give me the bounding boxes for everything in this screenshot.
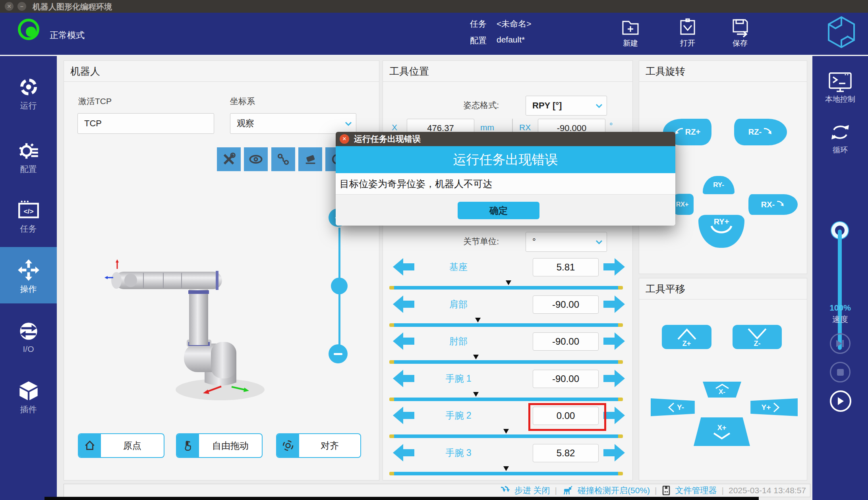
joint-slider[interactable] — [389, 286, 623, 290]
jog-ry-minus-button[interactable]: RY- — [703, 176, 735, 194]
config-value: default* — [497, 35, 525, 44]
error-dialog-titlebar: 运行任务出现错误 — [336, 132, 675, 146]
joint-decrease-button[interactable] — [393, 444, 414, 461]
step-mode-status[interactable]: 步进 关闭 — [514, 485, 550, 496]
io-swap-icon — [18, 320, 39, 342]
play-button[interactable] — [830, 390, 851, 412]
view-tools-button[interactable] — [217, 147, 241, 171]
tool-translate-title: 工具平移 — [646, 282, 685, 295]
chevron-down-icon — [711, 432, 732, 440]
jog-rx-minus-button[interactable]: RX- — [748, 194, 798, 215]
jog-label: RX- — [761, 200, 775, 209]
jog-y-plus-button[interactable]: Y+ — [744, 398, 798, 416]
mode-status-indicator — [18, 19, 39, 40]
align-target-icon — [277, 434, 299, 457]
new-task-button[interactable]: 新建 — [609, 16, 652, 54]
sidebar-item-task[interactable]: </> 任务 — [0, 199, 57, 234]
terminal-icon — [828, 72, 853, 93]
joint-value-field[interactable]: -90.00 — [533, 332, 599, 351]
dialog-close-button[interactable]: ✕ — [340, 134, 349, 144]
header-divider — [0, 55, 868, 56]
jog-z-minus-button[interactable]: Z- — [733, 325, 782, 349]
joint-value-field[interactable]: -90.00 — [533, 370, 599, 388]
chevron-up-icon — [676, 327, 698, 341]
joint-slider[interactable] — [389, 360, 623, 364]
sidebar-item-run[interactable]: 运行 — [0, 76, 57, 111]
status-bar: 步进 关闭 | 碰撞检测开启(50%) | 文件管理器 | 2025-03-14… — [64, 484, 810, 497]
jog-x-plus-button[interactable]: X+ — [694, 417, 750, 446]
open-file-icon — [677, 17, 698, 37]
status-separator: | — [655, 486, 657, 495]
sidebar-item-operate[interactable]: 操作 — [0, 259, 57, 295]
sidebar-item-label: 插件 — [20, 405, 37, 414]
stop-button[interactable] — [830, 362, 851, 382]
file-manager-icon — [662, 486, 671, 495]
joint-slider-marker — [503, 429, 509, 434]
step-mode-icon — [499, 486, 510, 495]
cube-icon — [18, 380, 39, 402]
joint-slider[interactable] — [389, 434, 623, 438]
window-minimize-button[interactable]: – — [17, 2, 26, 11]
jog-label: RX+ — [676, 201, 689, 208]
joint-decrease-button[interactable] — [393, 407, 414, 424]
view-erase-button[interactable] — [298, 147, 322, 171]
joint-increase-button[interactable] — [603, 407, 625, 424]
chevron-down-icon — [345, 122, 352, 126]
sidebar-item-io[interactable]: I/O — [0, 320, 57, 354]
zoom-slider-handle[interactable] — [331, 278, 348, 294]
open-task-button[interactable]: 打开 — [666, 16, 709, 54]
sidebar-item-config[interactable]: 配置 — [0, 140, 57, 175]
joint-decrease-button[interactable] — [393, 295, 414, 313]
path-nodes-icon — [276, 152, 290, 166]
joint-slider[interactable] — [389, 323, 623, 327]
local-control-label: 本地控制 — [812, 94, 868, 104]
dialog-ok-button[interactable]: 确定 — [458, 202, 539, 219]
collision-detect-icon — [562, 486, 573, 495]
frame-select[interactable]: 观察 — [230, 113, 356, 134]
joint-value-field[interactable]: 5.81 — [533, 258, 599, 276]
speed-slider-track[interactable] — [838, 230, 842, 350]
local-control-button[interactable]: 本地控制 — [812, 72, 868, 104]
robot-3d-model[interactable] — [104, 255, 278, 410]
window-close-button[interactable]: ✕ — [5, 2, 14, 11]
tcp-input[interactable]: TCP — [77, 113, 214, 134]
chevron-down-icon — [746, 327, 768, 341]
home-button[interactable]: 原点 — [78, 433, 164, 458]
joint-decrease-button[interactable] — [393, 332, 414, 350]
joint-slider[interactable] — [389, 472, 623, 475]
sidebar-item-plugin[interactable]: 插件 — [0, 380, 57, 415]
skip-icon — [835, 339, 845, 348]
free-drag-button[interactable]: 自由拖动 — [176, 433, 263, 458]
eye-icon — [249, 152, 263, 166]
joint-increase-button[interactable] — [603, 258, 625, 276]
jog-rz-minus-button[interactable]: RZ- — [734, 119, 787, 145]
joint-decrease-button[interactable] — [393, 258, 414, 276]
joint-value-field[interactable]: -90.00 — [533, 295, 599, 314]
file-manager-link[interactable]: 文件管理器 — [675, 485, 717, 496]
joint-increase-button[interactable] — [603, 332, 625, 350]
sidebar-item-label: 配置 — [20, 164, 37, 174]
joint-increase-button[interactable] — [603, 444, 625, 461]
align-button[interactable]: 对齐 — [276, 433, 361, 458]
joint-value-field[interactable]: 5.82 — [533, 444, 599, 462]
joint-increase-button[interactable] — [603, 370, 625, 387]
joint-increase-button[interactable] — [603, 295, 625, 313]
loop-button[interactable]: 循环 — [812, 121, 868, 155]
step-forward-button[interactable] — [830, 333, 851, 354]
jog-x-minus-button[interactable]: X- — [703, 382, 741, 398]
collision-detect-status[interactable]: 碰撞检测开启(50%) — [578, 485, 650, 496]
hand-drag-icon — [177, 434, 199, 457]
joint-slider-marker — [475, 318, 481, 322]
panel-divider — [64, 81, 379, 82]
save-task-button[interactable]: 保存 — [718, 16, 762, 54]
view-path-button[interactable] — [271, 147, 295, 171]
joint-slider[interactable] — [389, 398, 623, 401]
frame-value: 观察 — [237, 118, 254, 129]
view-visibility-button[interactable] — [244, 147, 268, 171]
zoom-out-button[interactable] — [329, 344, 348, 363]
speed-value: 100% — [812, 303, 868, 313]
home-icon — [79, 434, 101, 457]
jog-y-minus-button[interactable]: Y- — [651, 398, 701, 416]
jog-z-plus-button[interactable]: Z+ — [662, 325, 711, 349]
joint-decrease-button[interactable] — [393, 370, 414, 387]
